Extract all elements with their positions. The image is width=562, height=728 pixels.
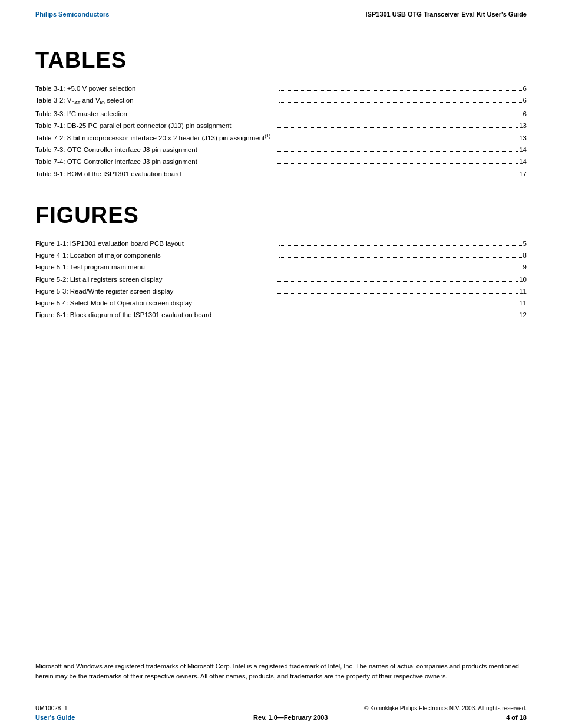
toc-entry-label: Table 7-1: DB-25 PC parallel port connec… — [35, 121, 276, 131]
toc-entry-label: Figure 5-3: Read/Write register screen d… — [35, 286, 276, 297]
toc-entry-label: Table 7-2: 8-bit microprocessor-interfac… — [35, 133, 276, 143]
toc-entry-label: Table 7-3: OTG Controller interface J8 p… — [35, 145, 276, 155]
tables-toc-list: Table 3-1: +5.0 V power selection 6 Tabl… — [35, 84, 527, 179]
toc-entry-label: Table 3-1: +5.0 V power selection — [35, 84, 278, 94]
toc-entry-label: Table 3-3: I²C master selection — [35, 109, 278, 119]
tables-title: TABLES — [35, 48, 527, 73]
revision: Rev. 1.0—February 2003 — [253, 714, 328, 721]
table-row: Table 7-2: 8-bit microprocessor-interfac… — [35, 133, 527, 143]
trademark-notice: Microsoft and Windows are registered tra… — [35, 661, 527, 682]
figures-section: FIGURES Figure 1-1: ISP1301 evaluation b… — [35, 203, 527, 321]
document-title: ISP1301 USB OTG Transceiver Eval Kit Use… — [366, 11, 527, 18]
toc-entry-label: Figure 5-1: Test program main menu — [35, 262, 278, 272]
table-row: Table 7-4: OTG Controller interface J3 p… — [35, 157, 527, 167]
footer-top-row: UM10028_1 © Koninklijke Philips Electron… — [35, 705, 527, 711]
footer-bottom-row: User's Guide Rev. 1.0—February 2003 4 of… — [35, 714, 527, 728]
copyright: © Koninklijke Philips Electronics N.V. 2… — [364, 705, 527, 711]
tables-section: TABLES Table 3-1: +5.0 V power selection… — [35, 48, 527, 179]
page: Philips Semiconductors ISP1301 USB OTG T… — [0, 0, 562, 728]
toc-entry-label: Figure 5-2: List all registers screen di… — [35, 275, 276, 285]
figures-toc-list: Figure 1-1: ISP1301 evaluation board PCB… — [35, 239, 527, 321]
table-row: Figure 5-1: Test program main menu 9 — [35, 262, 527, 272]
table-row: Figure 5-4: Select Mode of Operation scr… — [35, 298, 527, 308]
toc-entry-label: Figure 6-1: Block diagram of the ISP1301… — [35, 310, 276, 320]
toc-entry-label: Figure 4-1: Location of major components — [35, 251, 278, 261]
table-row: Table 3-1: +5.0 V power selection 6 — [35, 84, 527, 94]
toc-entry-label: Figure 1-1: ISP1301 evaluation board PCB… — [35, 239, 278, 249]
table-row: Figure 1-1: ISP1301 evaluation board PCB… — [35, 239, 527, 249]
table-row: Table 3-3: I²C master selection 6 — [35, 109, 527, 119]
toc-entry-label: Table 7-4: OTG Controller interface J3 p… — [35, 157, 276, 167]
page-header: Philips Semiconductors ISP1301 USB OTG T… — [0, 0, 562, 24]
doc-id: UM10028_1 — [35, 705, 67, 711]
table-row: Figure 5-3: Read/Write register screen d… — [35, 286, 527, 297]
figures-title: FIGURES — [35, 203, 527, 228]
main-content: TABLES Table 3-1: +5.0 V power selection… — [0, 24, 562, 661]
table-row: Figure 4-1: Location of major components… — [35, 251, 527, 261]
table-row: Figure 5-2: List all registers screen di… — [35, 275, 527, 285]
toc-entry-label: Figure 5-4: Select Mode of Operation scr… — [35, 298, 276, 308]
page-info: 4 of 18 — [506, 714, 527, 721]
trademark-text: Microsoft and Windows are registered tra… — [35, 663, 519, 680]
toc-entry-label: Table 9-1: BOM of the ISP1301 evaluation… — [35, 169, 276, 179]
table-row: Table 3-2: VBAT and VIO selection 6 — [35, 95, 527, 107]
table-row: Table 7-1: DB-25 PC parallel port connec… — [35, 121, 527, 131]
table-row: Table 7-3: OTG Controller interface J8 p… — [35, 145, 527, 155]
page-footer: UM10028_1 © Koninklijke Philips Electron… — [0, 700, 562, 728]
toc-entry-label: Table 3-2: VBAT and VIO selection — [35, 95, 278, 107]
table-row: Table 9-1: BOM of the ISP1301 evaluation… — [35, 169, 527, 179]
table-row: Figure 6-1: Block diagram of the ISP1301… — [35, 310, 527, 320]
company-name: Philips Semiconductors — [35, 11, 109, 18]
guide-label: User's Guide — [35, 714, 75, 721]
